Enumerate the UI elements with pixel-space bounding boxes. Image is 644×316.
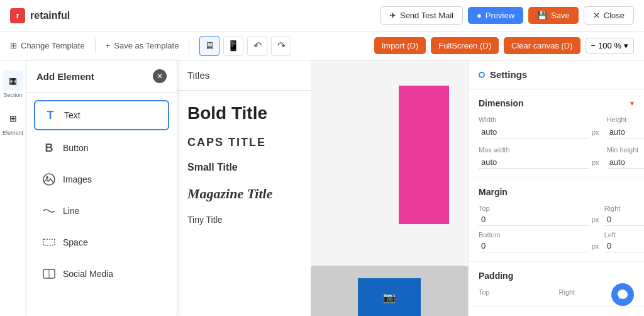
margin-section: Margin Top px Right px	[469, 178, 644, 262]
change-template-icon: ⊞	[10, 41, 17, 50]
margin-top-label: Top	[479, 205, 599, 212]
canvas-content[interactable]: Titles ▾ Bold Title CAPS TITLE Small Tit…	[177, 60, 468, 316]
canvas-right-bg: 📷	[311, 60, 468, 316]
margin-left-input[interactable]	[604, 240, 644, 252]
margin-top-field: Top px	[479, 205, 599, 226]
save-button[interactable]: 💾 Save	[528, 7, 579, 24]
line-item-label: Line	[63, 206, 79, 216]
save-as-template-button[interactable]: + Save as Template	[106, 41, 179, 50]
max-width-unit: px	[592, 159, 599, 166]
text-icon: T	[43, 108, 58, 123]
navbar-left: r retainful	[10, 8, 70, 23]
section-icon-group: ▦ Section	[3, 71, 23, 98]
dimension-section-title: Dimension	[479, 98, 524, 108]
panel-item-social-media[interactable]: Social Media	[34, 260, 169, 288]
margin-left-field: Left px	[604, 231, 644, 252]
save-icon: 💾	[537, 11, 547, 20]
toolbar: ⊞ Change Template + Save as Template 🖥 📱…	[0, 31, 644, 60]
min-height-field: Min height px	[607, 146, 644, 169]
panel-close-button[interactable]: ✕	[153, 69, 167, 83]
view-mode-icons: 🖥 📱 ↶ ↷	[199, 36, 291, 56]
panel-item-images[interactable]: Images	[34, 166, 169, 193]
toolbar-divider-1	[95, 38, 96, 54]
dimension-grid: Width px Height px Max width	[479, 116, 634, 169]
dimension-chevron-icon[interactable]: ▾	[630, 99, 634, 108]
chat-bubble-button[interactable]	[611, 283, 634, 306]
change-template-button[interactable]: ⊞ Change Template	[10, 41, 85, 50]
max-width-input[interactable]	[479, 156, 589, 169]
clear-canvas-button[interactable]: Clear canvas (D)	[504, 37, 580, 54]
panel-header: Add Element ✕	[26, 60, 177, 93]
desktop-view-button[interactable]: 🖥	[199, 36, 219, 56]
tablet-view-button[interactable]: 📱	[223, 36, 243, 56]
padding-top-label: Top	[479, 288, 554, 296]
sidebar-item-section[interactable]: ▦	[3, 71, 23, 91]
padding-top-field: Top	[479, 288, 554, 297]
margin-section-header: Margin	[479, 187, 634, 197]
space-item-label: Space	[63, 237, 88, 247]
social-media-item-label: Social Media	[63, 269, 113, 279]
panel-item-space[interactable]: Space	[34, 229, 169, 256]
padding-section-title: Padding	[479, 271, 513, 281]
panel-items-list: T Text B Button Images Line	[26, 93, 177, 295]
min-height-input[interactable]	[607, 156, 644, 169]
svg-point-1	[46, 176, 48, 179]
margin-bottom-unit: px	[592, 242, 599, 250]
keyboard-area: 📷	[311, 266, 468, 316]
margin-top-unit: px	[592, 216, 599, 223]
width-unit: px	[592, 128, 599, 136]
main-area: ▦ Section ⊞ Element Add Element ✕ T Text…	[0, 60, 644, 316]
blue-block: 📷	[358, 278, 421, 316]
margin-bottom-input[interactable]	[479, 240, 589, 252]
close-icon: ✕	[593, 11, 600, 20]
height-input[interactable]	[607, 126, 644, 138]
toolbar-right: Import (D) FullScreen (D) Clear canvas (…	[374, 37, 634, 54]
zoom-decrease-icon: −	[591, 41, 596, 50]
canvas-inner: Titles ▾ Bold Title CAPS TITLE Small Tit…	[177, 60, 468, 316]
margin-bottom-label: Bottom	[479, 231, 599, 239]
panel-item-text[interactable]: T Text	[34, 100, 169, 130]
width-label: Width	[479, 116, 599, 123]
save-template-icon: +	[106, 41, 111, 50]
pink-block	[399, 86, 449, 224]
undo-button[interactable]: ↶	[247, 36, 267, 56]
dimension-section: Dimension ▾ Width px Height px	[469, 89, 644, 178]
settings-header: Settings	[469, 60, 644, 89]
height-field: Height px	[607, 116, 644, 138]
social-media-icon	[42, 266, 57, 281]
send-icon: ✈	[389, 11, 396, 20]
margin-right-label: Right	[604, 205, 644, 212]
text-item-label: Text	[64, 110, 80, 120]
logo-icon: r	[10, 8, 25, 23]
side-icon-bar: ▦ Section ⊞ Element	[0, 60, 26, 316]
preview-icon: ●	[477, 11, 482, 20]
svg-rect-2	[43, 239, 55, 245]
space-icon	[42, 235, 57, 250]
element-icon-group: ⊞ Element	[3, 108, 23, 136]
send-test-mail-button[interactable]: ✈ Send Test Mail	[380, 6, 463, 25]
zoom-control[interactable]: − 100 % ▾	[586, 38, 634, 54]
settings-dot-icon	[479, 72, 485, 78]
panel-item-line[interactable]: Line	[34, 197, 169, 225]
margin-right-input[interactable]	[604, 213, 644, 226]
margin-section-title: Margin	[479, 187, 508, 197]
width-input[interactable]	[479, 126, 589, 138]
settings-panel: Settings Dimension ▾ Width px Height	[468, 60, 644, 316]
fullscreen-button[interactable]: FullScreen (D)	[431, 37, 499, 54]
panel-item-button[interactable]: B Button	[34, 134, 169, 162]
close-button[interactable]: ✕ Close	[584, 6, 634, 25]
navbar-right: ✈ Send Test Mail ● Preview 💾 Save ✕ Clos…	[380, 6, 634, 25]
svg-point-0	[43, 174, 55, 185]
preview-button[interactable]: ● Preview	[468, 7, 523, 24]
max-width-field: Max width px	[479, 146, 599, 169]
margin-top-input[interactable]	[479, 213, 589, 226]
images-icon	[42, 172, 57, 187]
titles-header-label: Titles	[187, 70, 209, 81]
line-icon	[42, 203, 57, 218]
sidebar-item-element[interactable]: ⊞	[3, 108, 23, 128]
toolbar-left: ⊞ Change Template + Save as Template 🖥 📱…	[10, 36, 367, 56]
redo-button[interactable]: ↷	[271, 36, 291, 56]
zoom-value: 100 %	[598, 41, 621, 50]
import-button[interactable]: Import (D)	[374, 37, 426, 54]
add-element-panel: Add Element ✕ T Text B Button Images	[26, 60, 177, 316]
